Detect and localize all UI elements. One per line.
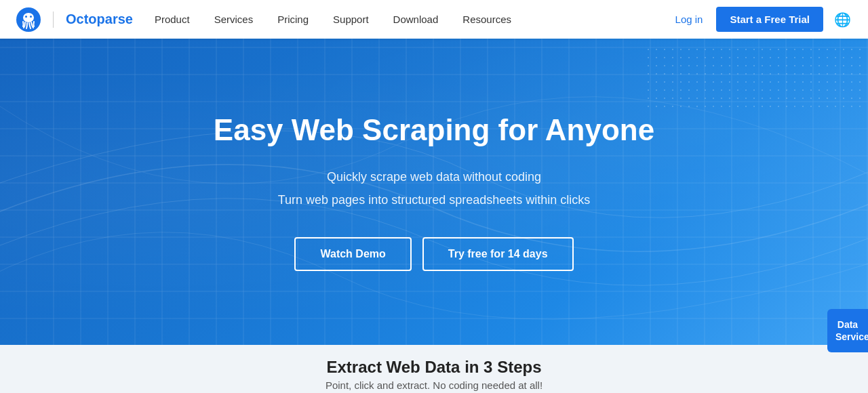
brand-logo[interactable]: Octoparse: [16, 7, 133, 32]
data-service-label: DataService: [835, 319, 868, 342]
nav-item-product[interactable]: Product: [144, 0, 201, 39]
brand-icon: [16, 7, 41, 32]
nav-item-resources[interactable]: Resources: [452, 0, 522, 39]
hero-subtitle-1: Quickly scrape web data without coding: [214, 167, 654, 187]
navbar: Octoparse Product Services Pricing Suppo…: [0, 0, 868, 39]
lower-title: Extract Web Data in 3 Steps: [327, 358, 542, 377]
navbar-actions: Log in Start a Free Trial 🌐: [667, 7, 852, 32]
lower-subtitle: Point, click and extract. No coding need…: [326, 379, 542, 391]
nav-item-services[interactable]: Services: [203, 0, 264, 39]
login-button[interactable]: Log in: [667, 8, 711, 30]
hero-section: Easy Web Scraping for Anyone Quickly scr…: [0, 39, 868, 345]
try-free-button[interactable]: Try free for 14 days: [422, 237, 574, 271]
language-icon[interactable]: 🌐: [833, 10, 852, 29]
svg-point-2: [25, 16, 27, 18]
main-nav: Product Services Pricing Support Downloa…: [144, 0, 667, 39]
watch-demo-button[interactable]: Watch Demo: [294, 237, 411, 271]
start-free-trial-button[interactable]: Start a Free Trial: [716, 7, 823, 32]
brand-name: Octoparse: [66, 12, 133, 27]
nav-item-pricing[interactable]: Pricing: [267, 0, 319, 39]
brand-divider: [53, 12, 54, 28]
nav-item-download[interactable]: Download: [382, 0, 450, 39]
nav-item-support[interactable]: Support: [322, 0, 380, 39]
data-service-button[interactable]: DataService: [827, 309, 868, 352]
hero-buttons: Watch Demo Try free for 14 days: [214, 237, 654, 271]
hero-content: Easy Web Scraping for Anyone Quickly scr…: [186, 112, 682, 271]
hero-subtitle-2: Turn web pages into structured spreadshe…: [214, 190, 654, 210]
svg-point-1: [23, 13, 34, 22]
lower-section: Extract Web Data in 3 Steps Point, click…: [0, 345, 868, 393]
hero-title: Easy Web Scraping for Anyone: [214, 112, 654, 148]
svg-point-3: [30, 16, 32, 18]
